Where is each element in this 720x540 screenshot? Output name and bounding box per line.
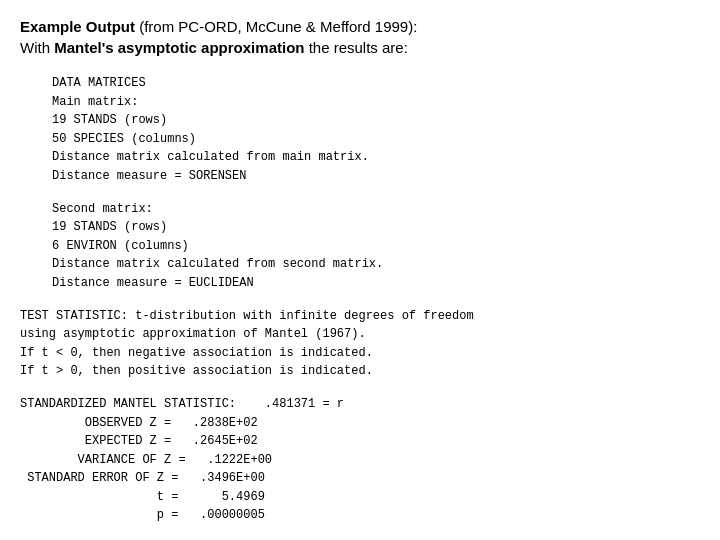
variance-row: VARIANCE OF Z = .1222E+00: [20, 451, 700, 470]
header-section: Example Output (from PC-ORD, McCune & Me…: [20, 16, 700, 58]
expected-row: EXPECTED Z = .2645E+02: [20, 432, 700, 451]
example-output-bold: Example Output: [20, 18, 135, 35]
standardized-section: STANDARDIZED MANTEL STATISTIC: .481371 =…: [20, 395, 700, 525]
second-stands-row: 19 STANDS (rows): [52, 218, 700, 237]
main-matrix-label: Main matrix:: [52, 93, 700, 112]
test-statistic-section: TEST STATISTIC: t-distribution with infi…: [20, 307, 700, 381]
dist-measure-second: Distance measure = EUCLIDEAN: [52, 274, 700, 293]
standardized-header: STANDARDIZED MANTEL STATISTIC: .481371 =…: [20, 395, 700, 414]
mantel-bold: Mantel's asymptotic approximation: [54, 39, 304, 56]
dist-calc-second: Distance matrix calculated from second m…: [52, 255, 700, 274]
second-matrix-block: Second matrix: 19 STANDS (rows) 6 ENVIRO…: [20, 200, 700, 293]
observed-row: OBSERVED Z = .2838E+02: [20, 414, 700, 433]
second-environ-row: 6 ENVIRON (columns): [52, 237, 700, 256]
std-error-row: STANDARD ERROR OF Z = .3496E+00: [20, 469, 700, 488]
species-row: 50 SPECIES (columns): [52, 130, 700, 149]
t-value-row: t = 5.4969: [20, 488, 700, 507]
test-stat-line3: If t < 0, then negative association is i…: [20, 344, 700, 363]
with-prefix: With: [20, 39, 54, 56]
dist-calc-main: Distance matrix calculated from main mat…: [52, 148, 700, 167]
header-line-2-rest: the results are:: [304, 39, 407, 56]
data-matrices-section: DATA MATRICES Main matrix: 19 STANDS (ro…: [20, 74, 700, 186]
stands-row: 19 STANDS (rows): [52, 111, 700, 130]
header-line-1: Example Output (from PC-ORD, McCune & Me…: [20, 16, 700, 37]
p-value-row: p = .00000005: [20, 506, 700, 525]
header-line-1-rest: (from PC-ORD, McCune & Mefford 1999):: [135, 18, 417, 35]
test-stat-line1: TEST STATISTIC: t-distribution with infi…: [20, 307, 700, 326]
second-matrix-label: Second matrix:: [52, 200, 700, 219]
second-matrix-section: Second matrix: 19 STANDS (rows) 6 ENVIRO…: [20, 200, 700, 293]
page-container: Example Output (from PC-ORD, McCune & Me…: [20, 16, 700, 525]
dist-measure-main: Distance measure = SORENSEN: [52, 167, 700, 186]
data-matrices-header: DATA MATRICES: [52, 74, 700, 93]
header-line-2: With Mantel's asymptotic approximation t…: [20, 37, 700, 58]
test-stat-line4: If t > 0, then positive association is i…: [20, 362, 700, 381]
data-matrices-block: DATA MATRICES Main matrix: 19 STANDS (ro…: [20, 74, 700, 186]
test-stat-line2: using asymptotic approximation of Mantel…: [20, 325, 700, 344]
